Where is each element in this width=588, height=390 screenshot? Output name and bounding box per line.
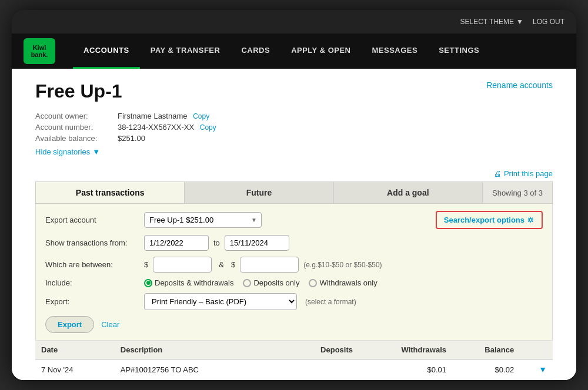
filter-icon: ⛭ [527, 216, 534, 224]
col-withdrawals: Withdrawals [359, 341, 452, 359]
nav-apply-open[interactable]: APPLY & OPEN [280, 33, 361, 69]
format-hint: (select a format) [305, 298, 356, 306]
show-from-row: Show transactions from: to [45, 235, 543, 251]
nav-bar: Kiwi bank. ACCOUNTS PAY & TRANSFER CARDS… [12, 33, 576, 69]
amount-hint: (e.g.$10-$50 or $50-$50) [303, 261, 382, 269]
page-header: Free Up-1 Rename accounts [35, 80, 553, 102]
copy-number-link[interactable]: Copy [200, 123, 216, 132]
radio-dot-unchecked-1 [243, 279, 251, 287]
clear-link[interactable]: Clear [101, 320, 119, 329]
rename-accounts-link[interactable]: Rename accounts [486, 80, 553, 90]
show-from-label: Show transactions from: [45, 238, 139, 247]
table-row: 7 Nov '24 AP#10012756 TO ABC $0.01 $0.02… [35, 359, 553, 379]
cell-description: PAY HUTT CITY COUNCIL [115, 379, 286, 381]
nav-pay-transfer[interactable]: PAY & TRANSFER [140, 33, 231, 69]
include-row: Include: Deposits & withdrawals Deposits… [45, 278, 543, 287]
cell-deposits [286, 359, 359, 379]
account-number-label: Account number: [35, 123, 118, 132]
table-row: 23 Sep '24 PAY HUTT CITY COUNCIL $0.01 $… [35, 379, 553, 381]
to-label: to [213, 238, 220, 247]
account-number-value: 38-1234-XX567XX-XX Copy [118, 123, 553, 132]
available-balance-label: Available balance: [35, 134, 118, 143]
arrow-down-icon: ▼ [92, 147, 100, 156]
cell-action[interactable]: ▼ [520, 379, 553, 381]
export-format-label: Export: [45, 297, 139, 306]
nav-items: ACCOUNTS PAY & TRANSFER CARDS APPLY & OP… [73, 33, 490, 69]
format-dropdown-wrap: Print Friendly – Basic (PDF) [144, 293, 297, 310]
account-owner-value: Firstname Lastname Copy [118, 112, 553, 120]
nav-messages[interactable]: MESSAGES [362, 33, 429, 69]
logout-label: LOG OUT [533, 18, 564, 26]
transactions-table: Date Description Deposits Withdrawals Ba… [35, 341, 553, 380]
theme-label: SELECT THEME [460, 18, 514, 26]
logo-text: Kiwi bank. [31, 44, 48, 58]
hide-signatories-link[interactable]: Hide signatories ▼ [35, 147, 553, 156]
cell-date: 7 Nov '24 [35, 359, 115, 379]
account-owner-label: Account owner: [35, 112, 118, 120]
amount-to-input[interactable] [240, 257, 299, 273]
date-to-input[interactable] [225, 235, 289, 251]
showing-count: Showing 3 of 3 [483, 182, 552, 203]
search-panel: Export account Free Up-1 $251.00 ▼ Searc… [35, 204, 553, 341]
export-account-row: Export account Free Up-1 $251.00 ▼ Searc… [45, 211, 543, 229]
radio-dot-checked [144, 279, 152, 287]
export-button[interactable]: Export [45, 316, 94, 333]
nav-settings[interactable]: SETTINGS [428, 33, 490, 69]
col-description: Description [115, 341, 286, 359]
tab-past-transactions[interactable]: Past transactions [36, 182, 185, 203]
tabs-row: Past transactions Future Add a goal Show… [35, 181, 553, 204]
nav-cards[interactable]: CARDS [230, 33, 280, 69]
logout-button[interactable]: LOG OUT [533, 18, 564, 26]
action-row: Export Clear [45, 316, 543, 333]
col-actions [520, 341, 553, 359]
printer-icon: 🖨 [494, 169, 502, 178]
row-arrow-icon[interactable]: ▼ [539, 365, 547, 374]
logo[interactable]: Kiwi bank. [24, 38, 55, 64]
export-account-dropdown-wrap: Free Up-1 $251.00 ▼ [144, 212, 262, 228]
account-info: Account owner: Firstname Lastname Copy A… [35, 112, 553, 143]
nav-accounts[interactable]: ACCOUNTS [73, 33, 140, 69]
page-title: Free Up-1 [35, 80, 122, 102]
export-format-row: Export: Print Friendly – Basic (PDF) (se… [45, 293, 543, 310]
dollar-prefix-1: $ [144, 260, 148, 269]
radio-dot-unchecked-2 [309, 279, 317, 287]
tab-future[interactable]: Future [185, 182, 333, 203]
cell-action[interactable]: ▼ [520, 359, 553, 379]
cell-balance: $0.02 [452, 359, 520, 379]
dollar-prefix-2: $ [231, 260, 235, 269]
print-bar: 🖨 Print this page [35, 166, 553, 181]
amount-from-input[interactable] [153, 257, 212, 273]
export-account-select[interactable]: Free Up-1 $251.00 [144, 212, 262, 228]
ampersand-label: & [216, 260, 226, 269]
search-export-options-button[interactable]: Search/export options ⛭ [436, 211, 543, 229]
cell-deposits [286, 379, 359, 381]
theme-selector[interactable]: SELECT THEME ▼ [460, 18, 523, 26]
page-content: Free Up-1 Rename accounts Account owner:… [12, 69, 576, 380]
export-account-label: Export account [45, 216, 139, 224]
cell-balance: $0.03 [452, 379, 520, 381]
copy-owner-link[interactable]: Copy [193, 112, 209, 120]
include-label: Include: [45, 278, 139, 287]
tab-add-goal[interactable]: Add a goal [334, 182, 483, 203]
between-label: Which are between: [45, 260, 139, 269]
date-from-input[interactable] [144, 235, 209, 251]
inner-content: Free Up-1 Rename accounts Account owner:… [12, 69, 576, 380]
print-link[interactable]: 🖨 Print this page [494, 169, 553, 178]
cell-date: 23 Sep '24 [35, 379, 115, 381]
cell-withdrawals: $0.01 [359, 359, 452, 379]
col-deposits: Deposits [286, 341, 359, 359]
radio-deposits-withdrawals[interactable]: Deposits & withdrawals [144, 278, 233, 287]
radio-withdrawals-only[interactable]: Withdrawals only [309, 278, 377, 287]
col-date: Date [35, 341, 115, 359]
radio-group: Deposits & withdrawals Deposits only Wit… [144, 278, 377, 287]
col-balance: Balance [452, 341, 520, 359]
format-select[interactable]: Print Friendly – Basic (PDF) [144, 293, 297, 310]
cell-description: AP#10012756 TO ABC [115, 359, 286, 379]
device-frame: SELECT THEME ▼ LOG OUT Kiwi bank. ACCOUN… [12, 10, 576, 380]
between-row: Which are between: $ & $ (e.g.$10-$50 or… [45, 257, 543, 273]
browser-chrome: SELECT THEME ▼ LOG OUT Kiwi bank. ACCOUN… [12, 10, 576, 380]
cell-withdrawals: $0.01 [359, 379, 452, 381]
radio-deposits-only[interactable]: Deposits only [243, 278, 299, 287]
table-header-row: Date Description Deposits Withdrawals Ba… [35, 341, 553, 359]
chevron-down-icon: ▼ [516, 18, 523, 26]
